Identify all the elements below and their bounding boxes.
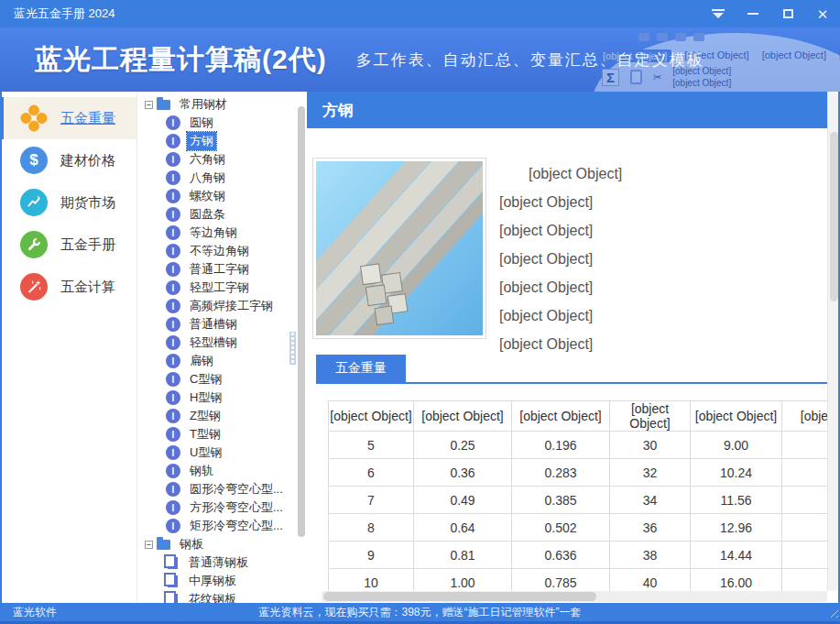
steel-bar-icon: I xyxy=(166,262,180,277)
table-row[interactable]: 9 0.81 0.636 38 14.44 xyxy=(329,542,828,569)
banner-tagline: 多工作表、自动汇总、变量汇总、自定义模板 xyxy=(356,49,704,71)
tab-bar: 五金重量 xyxy=(316,355,827,384)
tree-item[interactable]: − I 普通薄钢板 xyxy=(138,553,307,572)
tree-item[interactable]: − I 普通工字钢 xyxy=(138,260,307,279)
wrench-icon xyxy=(20,231,48,258)
collapse-icon[interactable]: − xyxy=(145,541,153,549)
main-content: 方钢 xyxy=(307,92,840,603)
tree-item[interactable]: − I C型钢 xyxy=(138,370,307,389)
sidebar-item[interactable]: $ 五金计算 xyxy=(0,266,136,308)
steel-bar-icon: I xyxy=(166,445,180,460)
sidebar-item-label: 建材价格 xyxy=(60,152,115,170)
sidebar-item[interactable]: $ 建材价格 xyxy=(0,139,136,181)
tree-item[interactable]: − I 钢轨 xyxy=(138,462,307,480)
tree-item-label: 钢轨 xyxy=(187,462,216,480)
tree-item[interactable]: − I 钢板 xyxy=(138,535,307,553)
table-header-cell: [object Object] xyxy=(610,401,691,432)
skin-menu-button[interactable] xyxy=(701,0,736,27)
cell-theoretical-weight: 0.283 xyxy=(512,459,610,487)
tree-item[interactable]: − I 螺纹钢 xyxy=(138,187,307,205)
description-text: [object Object] [object Object] [object … xyxy=(499,159,827,363)
sidebar-item[interactable]: $ 期货市场 xyxy=(0,181,136,224)
table-row[interactable]: 6 0.36 0.283 32 10.24 xyxy=(329,459,828,487)
cell-theoretical-weight: 0.636 xyxy=(512,542,610,569)
tree-item[interactable]: − I 轻型槽钢 xyxy=(138,334,307,352)
tree-item[interactable]: − I 中厚钢板 xyxy=(138,572,307,590)
close-button[interactable]: ✕ xyxy=(805,0,840,27)
table-row[interactable]: 7 0.49 0.385 34 11.56 xyxy=(329,487,828,514)
table-row[interactable]: 5 0.25 0.196 30 9.00 xyxy=(329,432,828,459)
tree-item-label: 螺纹钢 xyxy=(187,187,228,205)
cell-section-area-2: 12.96 xyxy=(691,514,782,542)
steel-bar-icon: I xyxy=(166,280,180,295)
minimize-button[interactable] xyxy=(736,0,770,27)
cell-section-area: 1.00 xyxy=(414,569,512,592)
category-tree: − I 常用钢材 − I 圆钢 − I 方钢 xyxy=(138,92,307,603)
tree-item[interactable]: − I Z型钢 xyxy=(138,407,307,425)
close-icon: ✕ xyxy=(817,7,829,21)
collapse-icon[interactable]: − xyxy=(145,101,153,109)
cell-section-area-2: 14.44 xyxy=(691,542,782,569)
table-row[interactable]: 10 1.00 0.785 40 16.00 xyxy=(329,569,828,592)
cell-section-area: 0.49 xyxy=(414,487,512,514)
tree-item[interactable]: − I 方形冷弯空心型... xyxy=(138,498,307,517)
tree-item[interactable]: − I H型钢 xyxy=(138,389,307,407)
tree-item[interactable]: − I 轻型工字钢 xyxy=(138,279,307,297)
tree-item[interactable]: − I 圆盘条 xyxy=(138,205,307,224)
table-header-cell: [object Object] xyxy=(691,401,782,432)
cell-side-length: 10 xyxy=(329,569,414,592)
sidebar-item[interactable]: $ 五金手册 xyxy=(0,224,136,266)
description-line: [object Object] xyxy=(499,273,827,301)
tree-item[interactable]: − I 扁钢 xyxy=(138,352,307,370)
tab-hardware-weight[interactable]: 五金重量 xyxy=(316,355,406,382)
maximize-button[interactable] xyxy=(770,0,805,27)
steel-bar-icon: I xyxy=(166,317,180,332)
tree-item[interactable]: − I 方钢 xyxy=(138,132,307,150)
horizontal-scrollbar[interactable] xyxy=(322,591,827,602)
tree-item-label: 普通薄钢板 xyxy=(186,553,251,572)
tree-item[interactable]: − I 高频焊接工字钢 xyxy=(138,297,307,315)
tree-item[interactable]: − I 常用钢材 xyxy=(138,95,307,114)
steel-bar-icon: I xyxy=(166,207,180,222)
steel-bar-icon: I xyxy=(166,115,180,130)
tab-underline xyxy=(316,382,827,384)
steel-bar-icon: I xyxy=(166,170,180,185)
tree-item[interactable]: − I 不等边角钢 xyxy=(138,242,307,260)
tree-item[interactable]: − I T型钢 xyxy=(138,425,307,443)
sidebar-item[interactable]: $ 五金重量 xyxy=(0,97,136,139)
tree-item-label: 轻型工字钢 xyxy=(187,279,252,297)
tree-item-label: H型钢 xyxy=(187,389,224,407)
sidebar-item-label: 五金计算 xyxy=(60,279,115,296)
banner-title: 蓝光工程量计算稿(2代) xyxy=(35,41,327,79)
tree-item[interactable]: − I 八角钢 xyxy=(138,169,307,187)
tree-item[interactable]: − I 矩形冷弯空心型... xyxy=(138,517,307,535)
table-header-cell: [object Object] xyxy=(414,401,512,432)
table-row[interactable]: 8 0.64 0.502 36 12.96 xyxy=(329,514,828,542)
tree-item-label: C型钢 xyxy=(187,370,224,389)
tree-item[interactable]: − I 圆形冷弯空心型... xyxy=(138,480,307,498)
tree-item-label: T型钢 xyxy=(187,425,224,443)
tree-item[interactable]: − I 普通槽钢 xyxy=(138,315,307,334)
tree-item[interactable]: − I U型钢 xyxy=(138,443,307,462)
tree-scrollbar[interactable] xyxy=(298,106,305,537)
sidebar: $ 五金重量 $ xyxy=(0,92,137,603)
tree-item[interactable]: − I 花纹钢板 xyxy=(138,590,307,603)
vertical-scrollbar-thumb[interactable] xyxy=(830,132,838,301)
splitter-handle[interactable] xyxy=(289,332,296,365)
tree-item-label: 中厚钢板 xyxy=(186,572,239,590)
tree-item[interactable]: − I 等边角钢 xyxy=(138,224,307,242)
horizontal-scrollbar-thumb[interactable] xyxy=(323,592,596,601)
skin-icon xyxy=(712,9,725,18)
tree-item-label: 不等边角钢 xyxy=(187,242,252,260)
cell-side-length-2: 32 xyxy=(610,459,691,487)
cell-side-length-2: 34 xyxy=(610,487,691,514)
scissors-icon: ✂ xyxy=(653,71,661,83)
clipboard-icon xyxy=(630,70,642,84)
description-line: [object Object] xyxy=(499,301,827,330)
tree-item[interactable]: − I 六角钢 xyxy=(138,150,307,169)
cell-theoretical-weight-2 xyxy=(782,459,828,487)
cell-theoretical-weight-2 xyxy=(782,569,828,592)
weight-table: [object Object] [object Object] [object … xyxy=(328,400,827,591)
folder-icon xyxy=(157,540,170,550)
tree-item[interactable]: − I 圆钢 xyxy=(138,114,307,132)
